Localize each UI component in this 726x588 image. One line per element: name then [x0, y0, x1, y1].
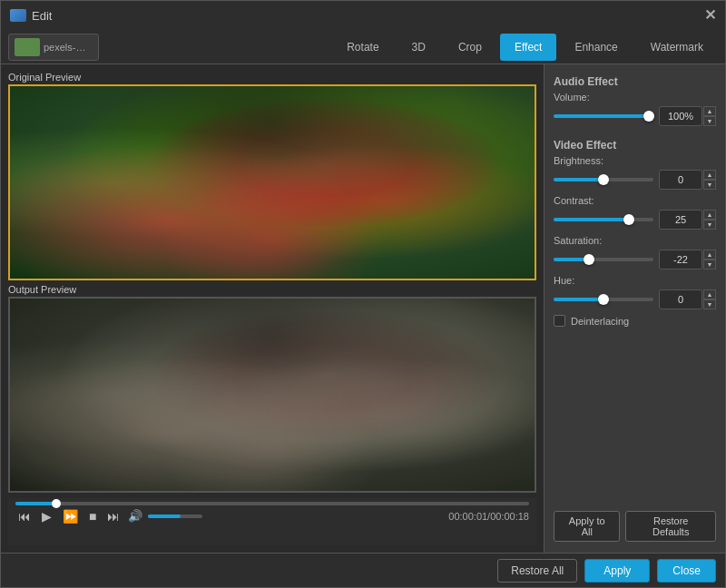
controls-row: ⏮ ▶ ⏩ ■ ⏭ 🔊 00:00:01/00:00:18: [15, 509, 529, 523]
output-preview-box: [8, 297, 536, 493]
original-preview-box: [8, 84, 536, 280]
tab-rotate[interactable]: Rotate: [332, 34, 393, 61]
window-title: Edit: [32, 9, 52, 23]
volume-icon: 🔊: [128, 509, 142, 523]
volume-spin-up[interactable]: ▲: [703, 106, 716, 116]
hue-row: Hue: ▲ ▼: [554, 275, 716, 309]
volume-spin-buttons: ▲ ▼: [703, 106, 716, 126]
brightness-row: Brightness: ▲ ▼: [554, 155, 716, 190]
volume-track[interactable]: [148, 514, 202, 518]
output-preview-section: Output Preview: [8, 284, 536, 493]
hue-spin-wrapper: ▲ ▼: [659, 289, 716, 309]
volume-spin-down[interactable]: ▼: [703, 116, 716, 126]
brightness-spin-up[interactable]: ▲: [703, 170, 716, 180]
deinterlacing-label: Deinterlacing: [571, 316, 629, 327]
apply-to-all-button[interactable]: Apply to All: [554, 511, 620, 542]
output-preview-label: Output Preview: [8, 284, 536, 295]
tab-bar: pexels-mang-... Rotate 3D Crop Effect En…: [1, 30, 725, 64]
skip-forward-button[interactable]: ⏭: [104, 510, 123, 523]
apply-defaults-row: Apply to All Restore Defaults: [554, 511, 716, 542]
contrast-spin-down[interactable]: ▼: [703, 220, 716, 230]
stop-button[interactable]: ■: [86, 510, 99, 523]
volume-row: Volume: ▲ ▼: [554, 92, 716, 126]
deinterlacing-checkbox[interactable]: [554, 315, 565, 327]
app-icon: [10, 9, 26, 22]
main-content: Original Preview Output Preview: [1, 64, 725, 553]
file-name: pexels-mang-...: [44, 42, 93, 53]
apply-button[interactable]: Apply: [584, 559, 650, 583]
saturation-slider-track[interactable]: [554, 258, 653, 261]
audio-effect-title: Audio Effect: [554, 75, 716, 88]
original-preview-image: [10, 86, 535, 279]
preview-area: Original Preview Output Preview: [1, 64, 544, 553]
contrast-spin-buttons: ▲ ▼: [703, 210, 716, 230]
progress-thumb: [52, 499, 61, 508]
original-preview-section: Original Preview: [8, 72, 536, 280]
restore-all-button[interactable]: Restore All: [497, 559, 577, 583]
original-flowers-overlay: [10, 86, 535, 279]
volume-slider-thumb: [643, 111, 654, 122]
brightness-spin-down[interactable]: ▼: [703, 180, 716, 190]
deinterlacing-row: Deinterlacing: [554, 315, 716, 327]
tab-enhance[interactable]: Enhance: [560, 34, 632, 61]
contrast-slider-row: ▲ ▼: [554, 210, 716, 230]
fast-forward-button[interactable]: ⏩: [60, 510, 81, 523]
saturation-spin-wrapper: ▲ ▼: [659, 250, 716, 270]
contrast-slider-thumb: [623, 214, 634, 225]
contrast-label: Contrast:: [554, 195, 716, 206]
hue-slider-row: ▲ ▼: [554, 289, 716, 309]
brightness-slider-track[interactable]: [554, 178, 653, 181]
hue-spin-down[interactable]: ▼: [703, 299, 716, 309]
original-preview-label: Original Preview: [8, 72, 536, 83]
contrast-spin-up[interactable]: ▲: [703, 210, 716, 220]
saturation-slider-thumb: [584, 254, 594, 265]
title-bar: Edit ✕: [1, 1, 725, 30]
file-tab[interactable]: pexels-mang-...: [8, 34, 99, 61]
volume-slider-track[interactable]: [554, 114, 653, 118]
right-panel: Audio Effect Volume: ▲ ▼: [544, 64, 725, 553]
bottom-bar: Restore All Apply Close: [1, 553, 725, 587]
volume-fill: [148, 514, 181, 518]
contrast-row: Contrast: ▲ ▼: [554, 195, 716, 230]
hue-slider-thumb: [598, 294, 609, 305]
title-bar-left: Edit: [10, 9, 52, 23]
volume-input[interactable]: [659, 106, 702, 126]
saturation-slider-row: ▲ ▼: [554, 250, 716, 270]
output-preview-image: [10, 299, 535, 491]
skip-back-button[interactable]: ⏮: [15, 510, 34, 523]
tab-effect[interactable]: Effect: [500, 34, 556, 61]
edit-window: Edit ✕ pexels-mang-... Rotate 3D Crop Ef…: [0, 0, 726, 588]
brightness-label: Brightness:: [554, 155, 716, 166]
contrast-slider-track[interactable]: [554, 218, 653, 221]
hue-slider-fill: [554, 298, 603, 301]
contrast-input[interactable]: [659, 210, 702, 230]
tab-watermark[interactable]: Watermark: [636, 34, 718, 61]
progress-track[interactable]: [15, 502, 529, 505]
output-flowers-overlay: [10, 299, 535, 491]
play-button[interactable]: ▶: [39, 510, 54, 523]
saturation-spin-up[interactable]: ▲: [703, 250, 716, 260]
volume-slider-row: ▲ ▼: [554, 106, 716, 126]
brightness-input[interactable]: [659, 170, 702, 190]
tab-3d[interactable]: 3D: [397, 34, 440, 61]
saturation-input[interactable]: [659, 250, 702, 270]
volume-label: Volume:: [554, 92, 716, 103]
window-close-button[interactable]: ✕: [704, 8, 716, 23]
restore-defaults-button[interactable]: Restore Defaults: [625, 511, 716, 542]
hue-spin-up[interactable]: ▲: [703, 289, 716, 299]
contrast-slider-fill: [554, 218, 629, 221]
tab-crop[interactable]: Crop: [444, 34, 496, 61]
volume-spin-wrapper: ▲ ▼: [659, 106, 716, 126]
hue-input[interactable]: [659, 289, 702, 309]
time-display: 00:00:01/00:00:18: [448, 511, 529, 522]
hue-slider-track[interactable]: [554, 298, 653, 301]
volume-slider-fill: [554, 114, 649, 118]
close-button[interactable]: Close: [657, 559, 716, 583]
progress-fill: [15, 502, 56, 505]
brightness-slider-fill: [554, 178, 603, 181]
hue-spin-buttons: ▲ ▼: [703, 289, 716, 309]
preview-sections: Original Preview Output Preview: [8, 72, 536, 493]
saturation-spin-down[interactable]: ▼: [703, 260, 716, 270]
brightness-spin-wrapper: ▲ ▼: [659, 170, 716, 190]
saturation-spin-buttons: ▲ ▼: [703, 250, 716, 270]
